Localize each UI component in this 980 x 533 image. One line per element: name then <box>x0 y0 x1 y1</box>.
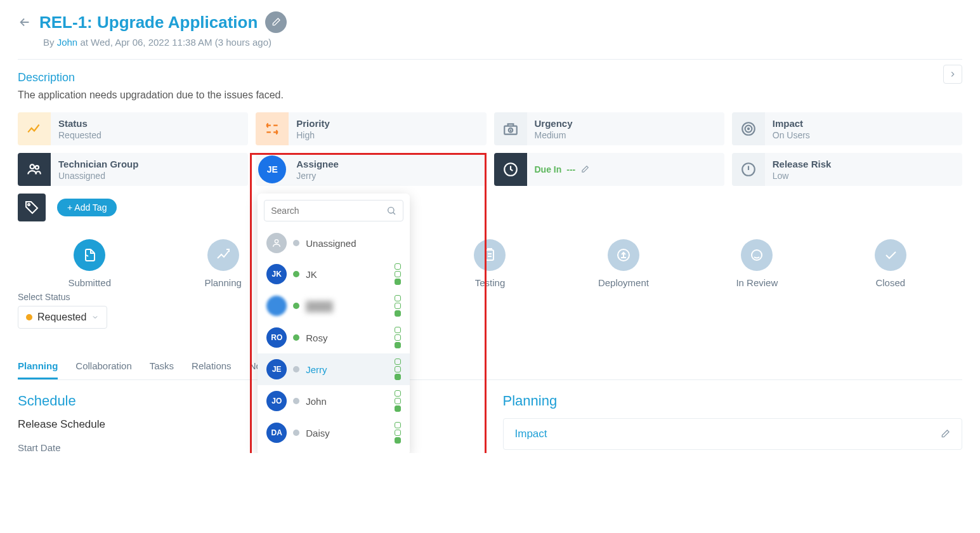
svg-point-4 <box>748 128 749 129</box>
avatar: JO <box>266 391 287 411</box>
assignee-option[interactable]: ████ <box>258 290 410 322</box>
stage-icon <box>875 239 906 271</box>
capacity-indicator <box>395 327 401 348</box>
option-name: Unassigned <box>306 238 401 249</box>
page-title: REL-1: Upgrade Application <box>39 13 258 32</box>
presence-dot <box>293 271 299 277</box>
svg-point-9 <box>388 207 394 213</box>
description-label: Description <box>18 71 962 84</box>
capacity-indicator <box>395 263 401 285</box>
collapse-chevron-icon[interactable] <box>943 65 962 84</box>
edit-due-icon[interactable] <box>580 165 589 174</box>
clock-icon <box>494 153 527 186</box>
stage-icon <box>608 239 639 271</box>
status-dot-icon <box>26 314 32 320</box>
risk-icon <box>732 153 765 186</box>
chevron-down-icon <box>91 313 99 321</box>
due-in-card[interactable]: Due In --- <box>494 153 724 186</box>
avatar <box>266 233 287 253</box>
tab-relations[interactable]: Relations <box>192 354 232 379</box>
stage-label: In Review <box>736 277 778 288</box>
capacity-indicator <box>395 295 401 317</box>
presence-dot <box>293 334 299 341</box>
svg-point-10 <box>275 240 278 243</box>
edit-title-button[interactable] <box>265 11 287 33</box>
stage-icon <box>74 239 105 271</box>
stage-label: Closed <box>875 277 905 288</box>
capacity-indicator <box>395 390 401 412</box>
presence-dot <box>293 398 299 404</box>
edit-icon[interactable] <box>940 429 950 439</box>
stage-testing[interactable]: Testing <box>423 239 556 288</box>
tag-icon <box>18 194 46 221</box>
tab-planning[interactable]: Planning <box>18 354 58 379</box>
release-risk-card[interactable]: Release Risk Low <box>732 153 962 186</box>
stage-icon <box>474 239 506 271</box>
search-input[interactable] <box>271 206 386 216</box>
svg-point-6 <box>36 166 39 169</box>
add-tag-button[interactable]: + Add Tag <box>57 199 117 216</box>
stage-label: Submitted <box>68 277 111 288</box>
search-icon <box>386 206 396 216</box>
option-name: ████ <box>306 301 388 312</box>
status-dropdown[interactable]: Requested <box>18 306 107 329</box>
avatar: DA <box>266 423 287 443</box>
assignee-option[interactable]: JEJerry <box>258 353 410 385</box>
option-name: Rosy <box>306 332 388 343</box>
impact-icon <box>732 112 765 145</box>
priority-icon <box>256 112 289 145</box>
tech-group-card[interactable]: Technician Group Unassigned <box>18 153 248 186</box>
start-date-label: Start Date <box>18 442 235 453</box>
option-name: Daisy <box>306 428 388 438</box>
priority-card[interactable]: Priority High <box>256 112 486 145</box>
author-link[interactable]: John <box>57 37 78 48</box>
description-text: The application needs upgradation due to… <box>18 89 962 101</box>
impact-plan-card[interactable]: Impact <box>503 418 963 450</box>
capacity-indicator <box>395 422 401 444</box>
back-arrow[interactable] <box>18 15 32 29</box>
svg-point-11 <box>28 204 30 206</box>
tab-tasks[interactable]: Tasks <box>150 354 174 379</box>
urgency-card[interactable]: Urgency Medium <box>494 112 724 145</box>
assignee-option[interactable]: DADaisy <box>258 417 410 449</box>
stage-submitted[interactable]: Submitted <box>23 239 156 288</box>
option-name: Jerry <box>306 364 388 375</box>
stage-closed[interactable]: Closed <box>824 239 957 288</box>
byline: By John at Wed, Apr 06, 2022 11:38 AM (3… <box>43 37 962 48</box>
presence-dot <box>293 240 299 246</box>
stage-label: Testing <box>475 277 506 288</box>
planning-title: Planning <box>503 393 963 409</box>
stage-label: Deployment <box>598 277 649 288</box>
presence-dot <box>293 303 299 309</box>
assignee-avatar: JE <box>258 155 286 183</box>
avatar: JE <box>266 359 287 379</box>
stage-in-review[interactable]: In Review <box>690 239 823 288</box>
avatar: RO <box>266 327 287 348</box>
group-icon <box>18 153 51 186</box>
stage-icon <box>741 239 773 271</box>
assignee-option[interactable]: JKJK <box>258 258 410 290</box>
option-name: John <box>306 396 388 407</box>
assignee-option[interactable]: Unassigned <box>258 228 410 258</box>
stage-label: Planning <box>204 277 241 288</box>
option-name: JK <box>306 269 388 280</box>
impact-card[interactable]: Impact On Users <box>732 112 962 145</box>
tab-collaboration[interactable]: Collaboration <box>75 354 131 379</box>
status-card[interactable]: Status Requested <box>18 112 248 145</box>
assignee-dropdown: UnassignedJKJK████RORosyJEJerryJOJohnDAD… <box>258 194 410 453</box>
select-status-label: Select Status <box>18 292 962 302</box>
capacity-indicator <box>395 359 401 380</box>
stage-icon <box>207 239 239 271</box>
avatar: JK <box>266 264 287 284</box>
assignee-card[interactable]: JE Assignee Jerry <box>256 153 486 186</box>
assignee-option[interactable]: RORosy <box>258 322 410 353</box>
stage-deployment[interactable]: Deployment <box>557 239 690 288</box>
assignee-option[interactable]: JOJohn <box>258 385 410 417</box>
status-icon <box>18 112 51 145</box>
presence-dot <box>293 430 299 436</box>
presence-dot <box>293 366 299 372</box>
svg-point-5 <box>30 164 35 169</box>
dropdown-search[interactable] <box>264 200 403 221</box>
avatar <box>266 296 287 316</box>
svg-rect-14 <box>486 250 493 260</box>
